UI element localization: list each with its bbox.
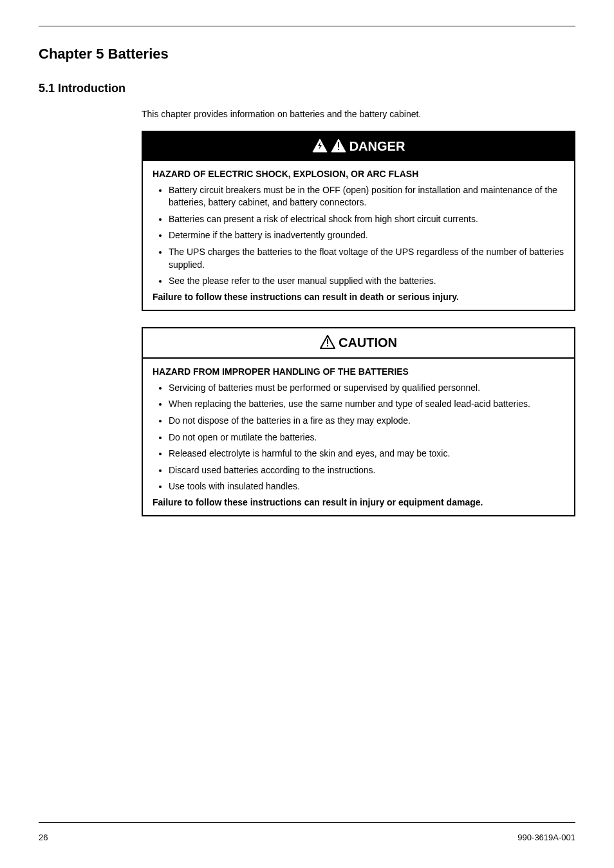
list-item: When replacing the batteries, use the sa…	[169, 398, 564, 411]
bottom-rule	[39, 822, 575, 823]
danger-box: DANGER HAZARD OF ELECTRIC SHOCK, EXPLOSI…	[142, 131, 575, 311]
warning-icon	[320, 335, 335, 351]
list-item: Use tools with insulated handles.	[169, 480, 564, 493]
danger-title: DANGER	[349, 139, 405, 154]
list-item: Determine if the battery is inadvertentl…	[169, 229, 564, 242]
list-item: See the please refer to the user manual …	[169, 275, 564, 288]
list-item: Servicing of batteries must be performed…	[169, 382, 564, 395]
section-title: 5.1 Introduction	[39, 82, 575, 95]
intro-paragraph: This chapter provides information on bat…	[142, 108, 575, 121]
danger-subtitle: HAZARD OF ELECTRIC SHOCK, EXPLOSION, OR …	[153, 169, 564, 179]
list-item: Batteries can present a risk of electric…	[169, 213, 564, 226]
content-area: This chapter provides information on bat…	[142, 108, 575, 516]
danger-list: Battery circuit breakers must be in the …	[153, 184, 564, 288]
danger-failure: Failure to follow these instructions can…	[153, 292, 564, 302]
list-item: The UPS charges the batteries to the flo…	[169, 246, 564, 271]
caution-body: HAZARD FROM IMPROPER HANDLING OF THE BAT…	[143, 359, 574, 515]
caution-title: CAUTION	[339, 335, 397, 350]
danger-header: DANGER	[143, 132, 574, 161]
caution-box: CAUTION HAZARD FROM IMPROPER HANDLING OF…	[142, 327, 575, 516]
document-id: 990-3619A-001	[517, 833, 575, 842]
chapter-title: Chapter 5 Batteries	[39, 46, 575, 62]
danger-body: HAZARD OF ELECTRIC SHOCK, EXPLOSION, OR …	[143, 161, 574, 310]
page-number: 26	[39, 833, 48, 842]
top-rule	[39, 26, 575, 26]
page-footer: 26 990-3619A-001	[39, 833, 575, 842]
caution-header: CAUTION	[143, 328, 574, 359]
chapter-header: Chapter 5 Batteries 5.1 Introduction	[39, 46, 575, 95]
caution-list: Servicing of batteries must be performed…	[153, 382, 564, 493]
list-item: Released electrolyte is harmful to the s…	[169, 448, 564, 460]
shock-warning-icon	[312, 138, 328, 155]
svg-rect-3	[338, 142, 339, 147]
list-item: Battery circuit breakers must be in the …	[169, 184, 564, 209]
list-item: Discard used batteries according to the …	[169, 464, 564, 477]
warning-icon	[331, 138, 346, 155]
svg-rect-6	[327, 339, 328, 344]
list-item: Do not open or mutilate the batteries.	[169, 431, 564, 444]
list-item: Do not dispose of the batteries in a fir…	[169, 415, 564, 428]
caution-failure: Failure to follow these instructions can…	[153, 497, 564, 507]
svg-rect-7	[327, 345, 328, 346]
svg-rect-4	[338, 149, 339, 150]
caution-subtitle: HAZARD FROM IMPROPER HANDLING OF THE BAT…	[153, 366, 564, 377]
